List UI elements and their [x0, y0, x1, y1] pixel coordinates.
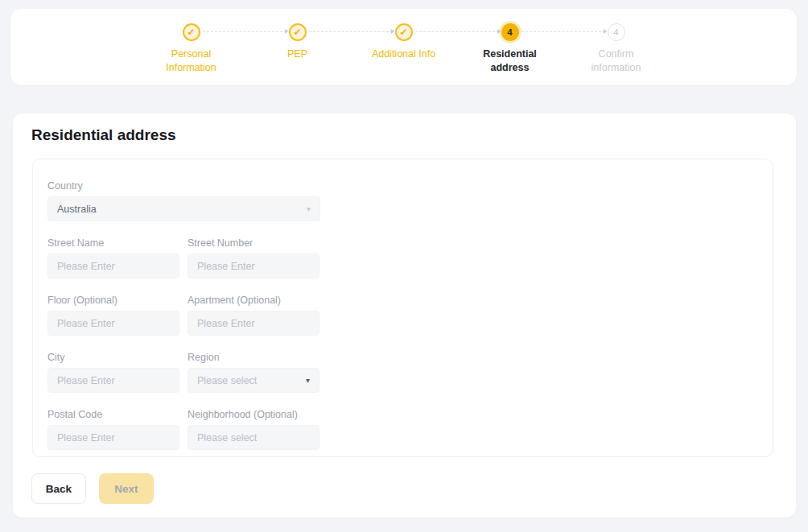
street-name-input[interactable]	[47, 254, 179, 278]
apartment-optional-input[interactable]	[188, 311, 319, 336]
step-label: PEP	[287, 47, 307, 61]
field-label: Floor (Optional)	[47, 295, 179, 306]
region-select[interactable]: Please select▾	[188, 368, 319, 393]
step-label: Residential address	[468, 47, 553, 75]
field-label: Street Number	[188, 237, 319, 249]
form-row: City Region Please select▾	[47, 352, 758, 393]
field-label: City	[47, 352, 179, 363]
arrow-right-icon	[285, 29, 288, 34]
field-label: Apartment (Optional)	[188, 295, 319, 306]
postal-code-input[interactable]	[47, 425, 179, 450]
city-input[interactable]	[47, 368, 179, 393]
check-icon: ✓	[293, 27, 301, 38]
step-connector	[309, 31, 393, 32]
select-value: Please select	[197, 375, 257, 386]
step-label: Additional Info	[372, 47, 435, 61]
arrow-right-icon	[391, 29, 394, 34]
street-number-input[interactable]	[188, 254, 319, 278]
form-field-street-name: Street Name	[47, 237, 179, 278]
back-button[interactable]: Back	[31, 473, 86, 504]
form-field-postal-code: Postal Code	[47, 409, 179, 450]
country-select[interactable]: Australia▾	[47, 196, 320, 221]
step-circle: ✓	[289, 23, 307, 41]
step-circle: ✓	[183, 23, 200, 41]
form-row: Street Name Street Number	[47, 237, 758, 278]
stepper-step-confirm-information: 4 Confirm information	[563, 23, 670, 75]
step-connector	[521, 31, 605, 32]
page-title: Residential address	[31, 126, 176, 144]
arrow-right-icon	[497, 29, 501, 34]
field-label: Postal Code	[47, 409, 179, 420]
next-button[interactable]: Next	[99, 473, 154, 504]
form-field-street-number: Street Number	[188, 237, 319, 278]
stepper: ✓ Personal Information ✓ PEP ✓ Additiona…	[10, 9, 797, 75]
select-value: Australia	[57, 204, 97, 215]
check-icon: ✓	[399, 27, 407, 38]
field-label: Street Name	[47, 237, 179, 249]
step-label: Confirm information	[574, 47, 659, 75]
form-field-neighborhood-optional: Neighborhood (Optional) Please select	[188, 409, 319, 450]
form-row: Country Australia▾	[47, 180, 758, 221]
stepper-card: ✓ Personal Information ✓ PEP ✓ Additiona…	[10, 9, 797, 85]
form-field-apartment-optional: Apartment (Optional)	[188, 295, 319, 336]
check-icon: ✓	[187, 27, 195, 38]
floor-optional-input[interactable]	[47, 311, 179, 336]
step-connector	[203, 31, 287, 32]
caret-down-icon: ▾	[306, 377, 310, 385]
field-label: Region	[188, 352, 319, 363]
form-field-country: Country Australia▾	[47, 180, 320, 221]
step-circle: 4	[608, 23, 625, 41]
form-row: Postal Code Neighborhood (Optional) Plea…	[47, 409, 758, 450]
field-label: Neighborhood (Optional)	[188, 409, 319, 420]
form-field-region: Region Please select▾	[188, 352, 319, 393]
arrow-right-icon	[604, 29, 607, 34]
step-number: 4	[613, 27, 618, 37]
residential-address-card: Residential address Country Australia▾ S…	[13, 113, 796, 518]
step-circle: 4	[501, 23, 519, 41]
form-field-city: City	[47, 352, 179, 393]
step-circle: ✓	[395, 23, 413, 41]
neighborhood-optional-select[interactable]: Please select	[188, 425, 319, 450]
step-number: 4	[507, 27, 512, 37]
form-row: Floor (Optional) Apartment (Optional)	[47, 295, 758, 336]
select-value: Please select	[197, 432, 257, 443]
form-field-floor-optional: Floor (Optional)	[47, 295, 179, 336]
form-actions: Back Next	[31, 473, 154, 504]
address-form: Country Australia▾ Street Name Street Nu…	[32, 159, 773, 457]
field-label: Country	[47, 180, 320, 192]
step-connector	[415, 31, 499, 32]
step-label: Personal Information	[149, 47, 234, 75]
caret-down-icon: ▾	[307, 205, 311, 213]
